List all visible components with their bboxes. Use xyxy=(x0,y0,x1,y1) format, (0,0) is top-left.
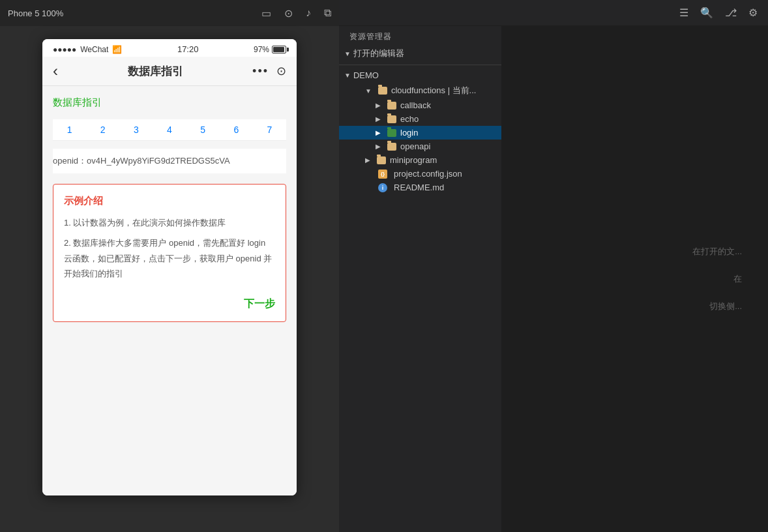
tab-5[interactable]: 5 xyxy=(186,119,220,140)
tab-3[interactable]: 3 xyxy=(119,119,153,140)
number-tabs: 1 2 3 4 5 6 7 xyxy=(53,119,286,141)
toolbar-icons: ▭ ⊙ ♪ ⧉ xyxy=(261,7,331,20)
search-icon[interactable]: 🔍 xyxy=(700,7,713,19)
simulator-toolbar: Phone 5 100% ▭ ⊙ ♪ ⧉ xyxy=(0,0,339,26)
battery-area: 97% xyxy=(254,45,286,54)
login-label: login xyxy=(400,128,418,138)
right-top-bar: ☰ 🔍 ⎇ ⚙ xyxy=(339,0,768,26)
echo-folder-icon xyxy=(387,115,396,123)
settings-icon[interactable]: ⚙ xyxy=(748,7,758,19)
echo-item[interactable]: ▶ echo xyxy=(339,112,501,126)
demo-arrow: ▼ xyxy=(344,72,351,79)
callback-folder-icon xyxy=(387,102,396,110)
project-config-item[interactable]: {} project.config.json xyxy=(339,167,501,181)
device-label: Phone 5 100% xyxy=(8,8,63,18)
login-folder-icon xyxy=(387,129,396,137)
cloudfunctions-folder-icon xyxy=(378,87,387,95)
simulator-panel: Phone 5 100% ▭ ⊙ ♪ ⧉ ●●●●● WeChat 📶 17:2… xyxy=(0,0,339,532)
openapi-label: openapi xyxy=(400,141,430,151)
right-panel: ☰ 🔍 ⎇ ⚙ 资源管理器 ▼ 打开的编辑器 ▼ DEMO ▼ xyxy=(339,0,768,532)
cloudfunctions-label: cloudfunctions | 当前... xyxy=(391,85,477,96)
open-editors-section[interactable]: ▼ 打开的编辑器 xyxy=(339,45,501,62)
resource-manager-title: 资源管理器 xyxy=(339,26,501,45)
login-arrow: ▶ xyxy=(376,129,381,136)
miniprogram-folder-icon xyxy=(377,156,386,164)
page-title-link[interactable]: 数据库指引 xyxy=(53,96,286,109)
tab-2[interactable]: 2 xyxy=(86,119,119,140)
record-icon[interactable]: ⊙ xyxy=(284,7,293,20)
device-icon[interactable]: ▭ xyxy=(261,7,271,20)
right-top-icons: ☰ 🔍 ⎇ ⚙ xyxy=(679,7,758,19)
editor-hint-1: 在打开的文... xyxy=(692,246,742,258)
echo-label: echo xyxy=(400,114,419,124)
info-icon: i xyxy=(378,183,387,192)
cloudfunctions-item[interactable]: ▼ cloudfunctions | 当前... xyxy=(339,83,501,98)
json-icon: {} xyxy=(378,170,387,179)
openapi-folder-icon xyxy=(387,143,396,151)
callback-item[interactable]: ▶ callback xyxy=(339,98,501,112)
cloudfunctions-arrow: ▼ xyxy=(365,87,372,95)
openid-text: openid：ov4H_4yWpy8YiFG9d2TREDGS5cVA xyxy=(53,156,230,166)
miniprogram-item[interactable]: ▶ miniprogram xyxy=(339,153,501,167)
file-tree: 资源管理器 ▼ 打开的编辑器 ▼ DEMO ▼ cloudfunctions |… xyxy=(339,26,502,532)
project-config-label: project.config.json xyxy=(394,169,462,179)
readme-label: README.md xyxy=(394,183,444,192)
nav-title: 数据库指引 xyxy=(128,64,183,79)
wifi-icon: 📶 xyxy=(112,45,122,54)
audio-icon[interactable]: ♪ xyxy=(306,7,311,20)
signal-dots: ●●●●● xyxy=(53,45,76,54)
next-button[interactable]: 下一步 xyxy=(64,297,275,311)
phone-frame: ●●●●● WeChat 📶 17:20 97% ‹ 数据库指引 ••• ⊙ xyxy=(42,39,297,495)
carrier-label: WeChat xyxy=(80,45,108,54)
open-editors-arrow: ▼ xyxy=(344,50,351,57)
signal-area: ●●●●● WeChat 📶 xyxy=(53,45,122,54)
nav-more-button[interactable]: ••• xyxy=(252,65,269,78)
time-label: 17:20 xyxy=(177,44,199,54)
demo-section[interactable]: ▼ DEMO xyxy=(339,68,501,83)
status-bar: ●●●●● WeChat 📶 17:20 97% xyxy=(42,39,297,57)
info-text-2: 2. 数据库操作大多需要用户 openid，需先配置好 login 云函数，如已… xyxy=(64,235,275,281)
git-icon[interactable]: ⎇ xyxy=(725,7,737,19)
window-icon[interactable]: ⧉ xyxy=(324,7,331,20)
callback-arrow: ▶ xyxy=(376,102,381,109)
readme-item[interactable]: i README.md xyxy=(339,181,501,194)
nav-bar: ‹ 数据库指引 ••• ⊙ xyxy=(42,57,297,86)
login-item[interactable]: ▶ login xyxy=(339,126,501,140)
miniprogram-arrow: ▶ xyxy=(365,156,370,164)
miniprogram-label: miniprogram xyxy=(390,155,437,165)
editor-hint-2: 在 xyxy=(733,273,742,285)
nav-home-button[interactable]: ⊙ xyxy=(276,64,286,78)
tab-6[interactable]: 6 xyxy=(220,119,253,140)
info-box: 示例介绍 1. 以计数器为例，在此演示如何操作数据库 2. 数据库操作大多需要用… xyxy=(53,184,286,322)
divider-1 xyxy=(339,65,501,65)
nav-back-button[interactable]: ‹ xyxy=(53,62,58,80)
battery-pct: 97% xyxy=(254,45,269,54)
openid-row: openid：ov4H_4yWpy8YiFG9d2TREDGS5cVA xyxy=(53,149,286,173)
openapi-arrow: ▶ xyxy=(376,143,381,150)
demo-label: DEMO xyxy=(353,70,379,80)
echo-arrow: ▶ xyxy=(376,115,381,123)
editor-area: 在打开的文... 在 切换侧... xyxy=(502,26,768,532)
list-icon[interactable]: ☰ xyxy=(679,7,688,19)
nav-actions: ••• ⊙ xyxy=(252,64,286,78)
info-text-1: 1. 以计数器为例，在此演示如何操作数据库 xyxy=(64,215,275,230)
open-editors-label: 打开的编辑器 xyxy=(353,48,404,59)
main-content: 资源管理器 ▼ 打开的编辑器 ▼ DEMO ▼ cloudfunctions |… xyxy=(339,26,768,532)
openapi-item[interactable]: ▶ openapi xyxy=(339,140,501,153)
switch-sidebar-button[interactable]: 切换侧... xyxy=(709,301,742,312)
tab-4[interactable]: 4 xyxy=(153,119,186,140)
tab-7[interactable]: 7 xyxy=(253,119,286,140)
info-box-title: 示例介绍 xyxy=(64,195,275,207)
phone-content: 数据库指引 1 2 3 4 5 6 7 openid：ov4H_4yWpy8Yi… xyxy=(42,86,297,495)
tab-1[interactable]: 1 xyxy=(53,119,86,140)
battery-icon xyxy=(272,46,286,53)
callback-label: callback xyxy=(400,100,431,110)
